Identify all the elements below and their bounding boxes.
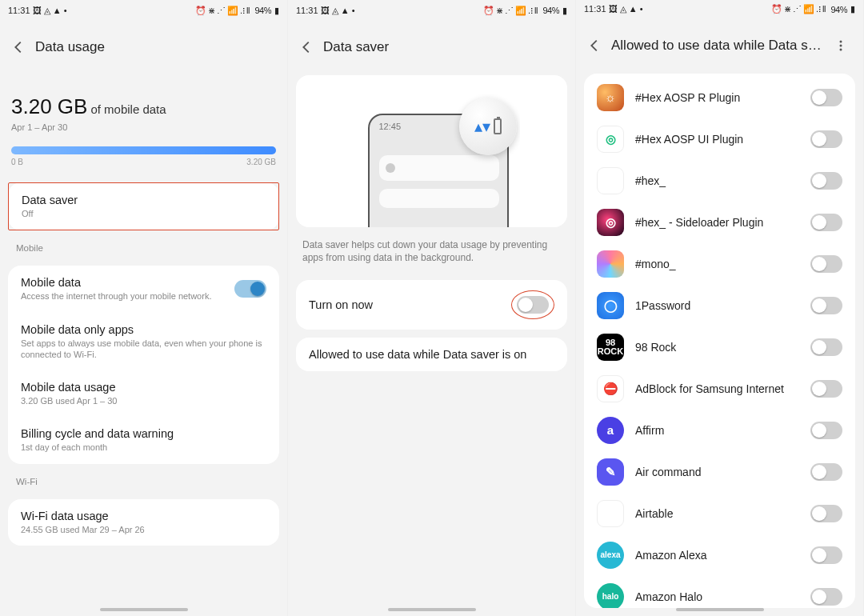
app-icon: ◎	[597, 126, 624, 153]
svg-point-1	[840, 44, 842, 46]
app-row[interactable]: ◯1Password	[584, 285, 855, 326]
app-icon: ◯	[597, 292, 624, 319]
data-saver-description: Data saver helps cut down your data usag…	[288, 227, 575, 272]
app-icon: ✎	[597, 458, 624, 486]
app-toggle[interactable]	[810, 422, 842, 439]
illustration-time: 12:45	[379, 122, 402, 131]
app-icon: ⛔	[597, 375, 624, 402]
usage-summary: 3.20 GBof mobile data Apr 1 – Apr 30 0 B…	[0, 75, 287, 173]
page-title: Allowed to use data while Data saver is …	[611, 38, 826, 54]
back-button[interactable]	[5, 34, 32, 61]
app-row[interactable]: 98 ROCK98 Rock	[584, 326, 855, 368]
app-toggle[interactable]	[810, 505, 842, 522]
back-button[interactable]	[293, 34, 320, 61]
app-toggle[interactable]	[810, 588, 842, 606]
panel-data-saver: 11:31 🖼 ◬ ▲ • ⏰ ⋇ ⋰ 📶 .⫶ll 94% ▮ Data sa…	[288, 0, 576, 616]
status-right-icons: ⏰ ⋇ ⋰ 📶 .⫶ll	[195, 6, 250, 16]
app-toggle[interactable]	[810, 172, 842, 190]
app-icon: 98 ROCK	[597, 334, 624, 361]
app-toggle[interactable]	[810, 255, 842, 273]
app-row[interactable]: ✎Air command	[584, 451, 855, 493]
highlight-circle	[511, 290, 554, 319]
app-icon: ◧	[597, 500, 624, 527]
app-row[interactable]: haloAmazon Halo	[584, 576, 855, 608]
turn-on-toggle[interactable]	[517, 296, 549, 314]
page-title: Data saver	[323, 39, 564, 55]
mobile-data-toggle[interactable]	[234, 280, 266, 298]
app-row[interactable]: ☼#Hex AOSP R Plugin	[584, 77, 855, 118]
turn-on-now-row[interactable]: Turn on now	[296, 280, 567, 330]
billing-cycle-row[interactable]: Billing cycle and data warning1st day of…	[8, 417, 279, 463]
app-label: Affirm	[635, 424, 799, 437]
app-icon	[597, 250, 624, 278]
app-label: 1Password	[635, 299, 799, 312]
svg-point-2	[840, 48, 842, 50]
section-mobile-label: Mobile	[0, 230, 287, 258]
app-toggle[interactable]	[810, 380, 842, 398]
status-bar: 11:31 🖼 ◬ ▲ • ⏰ ⋇ ⋰ 📶 .⫶ll 94% ▮	[0, 0, 287, 19]
header: Data usage	[0, 19, 287, 75]
app-label: #hex_	[635, 174, 799, 187]
status-bar: 11:31 🖼 ◬ ▲ • ⏰ ⋇ ⋰ 📶 .⫶ll 94% ▮	[576, 0, 863, 18]
mobile-data-row[interactable]: Mobile dataAccess the internet through y…	[8, 266, 279, 312]
page-title: Data usage	[35, 39, 276, 55]
apps-list: ☼#Hex AOSP R Plugin◎#Hex AOSP UI Plugin⌗…	[584, 74, 855, 608]
more-menu-button[interactable]	[830, 34, 852, 57]
app-toggle[interactable]	[810, 338, 842, 356]
app-icon: halo	[597, 583, 624, 608]
app-row[interactable]: ◧Airtable	[584, 493, 855, 534]
usage-period: Apr 1 – Apr 30	[11, 122, 276, 132]
header: Allowed to use data while Data saver is …	[576, 18, 863, 74]
status-time: 11:31	[8, 6, 30, 15]
status-bar: 11:31 🖼 ◬ ▲ • ⏰ ⋇ ⋰ 📶 .⫶ll 94% ▮	[288, 0, 575, 19]
wifi-data-usage-row[interactable]: Wi-Fi data usage24.55 GB used Mar 29 – A…	[8, 499, 279, 546]
app-label: #mono_	[635, 258, 799, 270]
usage-progress-bar	[11, 146, 276, 154]
status-battery: 94%	[254, 6, 271, 15]
gesture-bar	[100, 608, 188, 611]
app-row[interactable]: alexaAmazon Alexa	[584, 534, 855, 576]
app-row[interactable]: ⛔AdBlock for Samsung Internet	[584, 368, 855, 410]
panel-data-usage: 11:31 🖼 ◬ ▲ • ⏰ ⋇ ⋰ 📶 .⫶ll 94% ▮ Data us…	[0, 0, 288, 616]
svg-point-0	[840, 40, 842, 42]
app-icon: ◎	[597, 209, 624, 236]
data-saver-row[interactable]: Data saverOff	[8, 182, 279, 230]
app-row[interactable]: aAffirm	[584, 410, 855, 451]
usage-scale: 0 B3.20 GB	[11, 158, 276, 166]
data-saver-title: Data saver	[22, 194, 266, 206]
mobile-data-only-apps-row[interactable]: Mobile data only appsSet apps to always …	[8, 313, 279, 371]
app-icon: ☼	[597, 84, 624, 111]
app-label: #Hex AOSP UI Plugin	[635, 133, 799, 146]
app-toggle[interactable]	[810, 214, 842, 231]
app-row[interactable]: ◎#Hex AOSP UI Plugin	[584, 118, 855, 160]
gesture-bar	[676, 608, 764, 611]
app-toggle[interactable]	[810, 463, 842, 481]
app-label: Air command	[635, 466, 799, 478]
gesture-bar	[388, 608, 476, 611]
app-label: Amazon Halo	[635, 590, 799, 603]
app-toggle[interactable]	[810, 130, 842, 148]
app-label: #hex_ - Sideloader Plugin	[635, 216, 799, 229]
app-row[interactable]: ◎#hex_ - Sideloader Plugin	[584, 202, 855, 243]
app-row[interactable]: #mono_	[584, 243, 855, 285]
app-label: Amazon Alexa	[635, 549, 799, 562]
usage-amount-line: 3.20 GBof mobile data	[11, 94, 276, 119]
allowed-apps-row[interactable]: Allowed to use data while Data saver is …	[296, 338, 567, 371]
status-left-icons: 🖼 ◬ ▲ •	[33, 6, 67, 16]
app-toggle[interactable]	[810, 297, 842, 314]
app-toggle[interactable]	[810, 546, 842, 564]
app-label: AdBlock for Samsung Internet	[635, 382, 799, 395]
app-toggle[interactable]	[810, 89, 842, 106]
app-label: 98 Rock	[635, 341, 799, 354]
app-label: #Hex AOSP R Plugin	[635, 91, 799, 104]
back-button[interactable]	[581, 32, 608, 59]
data-saver-status: Off	[22, 208, 266, 219]
mobile-data-usage-row[interactable]: Mobile data usage3.20 GB used Apr 1 – 30	[8, 370, 279, 417]
app-row[interactable]: ⌗#hex_	[584, 160, 855, 202]
data-saver-icon: ▴▾	[459, 98, 517, 155]
app-icon: a	[597, 417, 624, 444]
app-label: Airtable	[635, 507, 799, 520]
app-icon: alexa	[597, 542, 624, 569]
header: Data saver	[288, 19, 575, 75]
data-saver-illustration: 12:45 ▴▾	[296, 75, 567, 227]
